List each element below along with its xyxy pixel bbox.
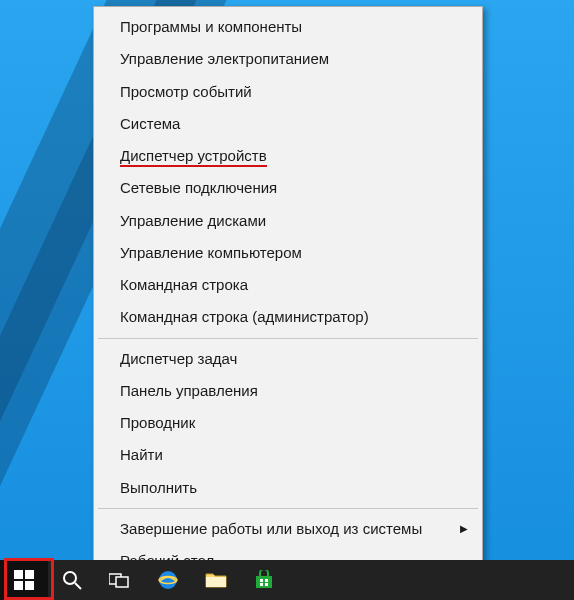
menu-item-file-explorer[interactable]: Проводник (96, 407, 480, 439)
svg-rect-12 (260, 579, 263, 582)
store-icon (254, 570, 274, 590)
menu-item-label: Управление дисками (120, 212, 266, 229)
menu-item-run[interactable]: Выполнить (96, 472, 480, 504)
menu-item-label: Система (120, 115, 180, 132)
menu-item-label: Найти (120, 446, 163, 463)
svg-rect-14 (260, 583, 263, 586)
menu-item-label: Управление электропитанием (120, 50, 329, 67)
folder-icon (205, 571, 227, 589)
menu-item-control-panel[interactable]: Панель управления (96, 375, 480, 407)
menu-item-disk-management[interactable]: Управление дисками (96, 205, 480, 237)
search-icon (62, 570, 82, 590)
explorer-button[interactable] (192, 560, 240, 600)
menu-item-power-options[interactable]: Управление электропитанием (96, 43, 480, 75)
svg-rect-3 (25, 581, 34, 590)
menu-item-shutdown-signout[interactable]: Завершение работы или выход из системы ▶ (96, 513, 480, 545)
svg-rect-2 (14, 581, 23, 590)
svg-line-5 (75, 583, 81, 589)
winx-context-menu: Программы и компоненты Управление электр… (93, 6, 483, 582)
svg-rect-1 (25, 570, 34, 579)
menu-item-device-manager[interactable]: Диспетчер устройств (96, 140, 480, 172)
menu-item-label: Программы и компоненты (120, 18, 302, 35)
task-view-button[interactable] (96, 560, 144, 600)
start-button[interactable] (0, 560, 48, 600)
menu-item-system[interactable]: Система (96, 108, 480, 140)
menu-item-label: Просмотр событий (120, 83, 252, 100)
menu-item-label: Диспетчер устройств (120, 147, 267, 167)
ie-button[interactable] (144, 560, 192, 600)
menu-item-label: Диспетчер задач (120, 350, 237, 367)
ie-icon (157, 569, 179, 591)
menu-item-label: Сетевые подключения (120, 179, 277, 196)
menu-item-programs-and-features[interactable]: Программы и компоненты (96, 11, 480, 43)
svg-rect-15 (265, 583, 268, 586)
menu-item-label: Проводник (120, 414, 195, 431)
menu-item-computer-management[interactable]: Управление компьютером (96, 237, 480, 269)
menu-item-label: Выполнить (120, 479, 197, 496)
svg-rect-10 (206, 577, 226, 587)
menu-separator (98, 338, 478, 339)
menu-item-task-manager[interactable]: Диспетчер задач (96, 343, 480, 375)
windows-icon (14, 570, 34, 590)
menu-item-label: Панель управления (120, 382, 258, 399)
search-button[interactable] (48, 560, 96, 600)
svg-rect-0 (14, 570, 23, 579)
menu-item-command-prompt-admin[interactable]: Командная строка (администратор) (96, 301, 480, 333)
menu-item-event-viewer[interactable]: Просмотр событий (96, 76, 480, 108)
menu-item-search[interactable]: Найти (96, 439, 480, 471)
svg-rect-11 (256, 576, 272, 588)
svg-point-4 (64, 572, 76, 584)
taskbar (0, 560, 574, 600)
menu-item-command-prompt[interactable]: Командная строка (96, 269, 480, 301)
submenu-arrow-icon: ▶ (460, 522, 468, 536)
menu-separator (98, 508, 478, 509)
task-view-icon (109, 572, 131, 588)
menu-item-label: Командная строка (администратор) (120, 308, 369, 325)
store-button[interactable] (240, 560, 288, 600)
menu-item-label: Командная строка (120, 276, 248, 293)
svg-rect-13 (265, 579, 268, 582)
menu-item-network-connections[interactable]: Сетевые подключения (96, 172, 480, 204)
menu-item-label: Завершение работы или выход из системы (120, 520, 422, 537)
svg-rect-7 (116, 577, 128, 587)
menu-item-label: Управление компьютером (120, 244, 302, 261)
